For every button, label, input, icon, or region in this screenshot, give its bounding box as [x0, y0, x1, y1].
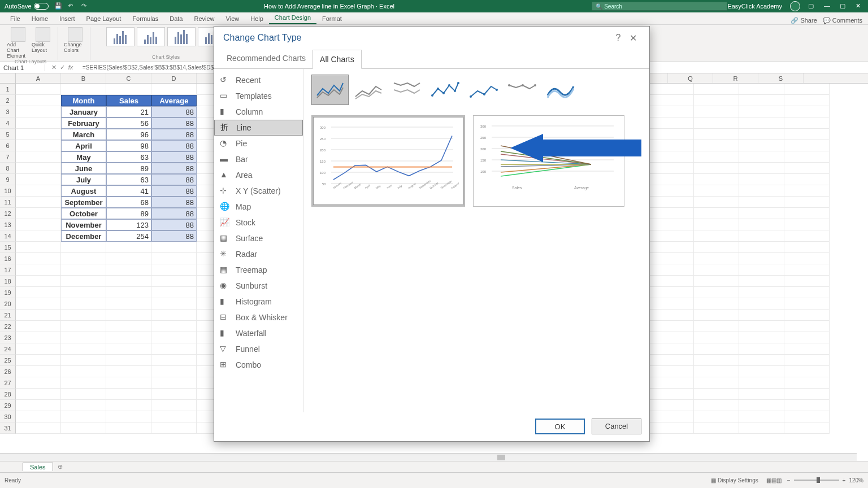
cell[interactable] — [739, 219, 784, 230]
cell[interactable] — [151, 276, 197, 287]
cell[interactable] — [694, 422, 739, 434]
col-header[interactable]: A — [16, 73, 61, 83]
cell[interactable] — [784, 151, 830, 163]
category-waterfall[interactable]: ▮Waterfall — [214, 325, 303, 341]
cell[interactable]: Average — [151, 95, 197, 106]
tab-view[interactable]: View — [220, 13, 245, 24]
cell[interactable] — [694, 151, 739, 163]
row-header[interactable]: 27 — [0, 377, 16, 389]
cell[interactable] — [649, 197, 694, 208]
zoom-slider[interactable] — [794, 480, 839, 481]
cell[interactable]: 63 — [106, 151, 151, 163]
cell[interactable]: August — [61, 185, 106, 197]
cell[interactable] — [16, 422, 61, 434]
cell[interactable] — [784, 230, 830, 242]
cell[interactable] — [16, 208, 61, 219]
cell[interactable] — [649, 163, 694, 174]
cell[interactable] — [784, 389, 830, 400]
cell[interactable] — [649, 264, 694, 276]
cell[interactable] — [61, 332, 106, 343]
cell[interactable] — [649, 310, 694, 321]
cell[interactable] — [784, 321, 830, 332]
cell[interactable] — [16, 355, 61, 366]
chart-style-2[interactable] — [137, 27, 165, 46]
row-header[interactable]: 19 — [0, 287, 16, 298]
cell[interactable]: October — [61, 208, 106, 219]
cell[interactable] — [694, 298, 739, 310]
cell[interactable] — [784, 400, 830, 411]
cell[interactable]: 88 — [151, 197, 197, 208]
cell[interactable] — [61, 366, 106, 377]
row-header[interactable]: 13 — [0, 219, 16, 230]
undo-icon[interactable]: ↶ — [68, 2, 76, 10]
cell[interactable] — [151, 253, 197, 264]
cell[interactable] — [649, 389, 694, 400]
cell[interactable]: 21 — [106, 106, 151, 117]
sheet-tab-sales[interactable]: Sales — [23, 463, 53, 471]
cell[interactable] — [16, 219, 61, 230]
cell[interactable] — [16, 321, 61, 332]
redo-icon[interactable]: ↷ — [81, 2, 89, 10]
cell[interactable] — [151, 321, 197, 332]
cell[interactable] — [151, 400, 197, 411]
cell[interactable] — [16, 264, 61, 276]
cell[interactable] — [739, 389, 784, 400]
cell[interactable] — [694, 242, 739, 253]
row-header[interactable]: 11 — [0, 197, 16, 208]
cell[interactable] — [649, 208, 694, 219]
cell[interactable] — [784, 106, 830, 117]
cell[interactable] — [694, 276, 739, 287]
name-box[interactable]: Chart 1 — [0, 64, 45, 71]
cell[interactable] — [739, 95, 784, 106]
cell[interactable] — [739, 276, 784, 287]
tab-recommended-charts[interactable]: Recommended Charts — [220, 49, 313, 68]
row-header[interactable]: 4 — [0, 117, 16, 129]
view-pagelayout-icon[interactable]: ▤ — [771, 477, 776, 483]
cell[interactable] — [694, 197, 739, 208]
cell[interactable] — [694, 106, 739, 117]
row-header[interactable]: 17 — [0, 264, 16, 276]
zoom-in-icon[interactable]: + — [843, 477, 846, 483]
cell[interactable]: 88 — [151, 174, 197, 185]
cell[interactable] — [784, 140, 830, 151]
comments-button[interactable]: 💬 Comments — [823, 17, 862, 24]
cell[interactable] — [151, 310, 197, 321]
cell[interactable] — [61, 242, 106, 253]
cell[interactable] — [61, 422, 106, 434]
view-pagebreak-icon[interactable]: ▥ — [776, 477, 782, 483]
cell[interactable] — [61, 264, 106, 276]
tab-formulas[interactable]: Formulas — [127, 13, 164, 24]
cell[interactable] — [739, 242, 784, 253]
cell[interactable] — [694, 208, 739, 219]
cell[interactable] — [739, 332, 784, 343]
cell[interactable] — [61, 276, 106, 287]
cell[interactable] — [151, 422, 197, 434]
zoom-control[interactable]: − + 120% — [787, 477, 863, 483]
category-pie[interactable]: ◔Pie — [214, 136, 303, 151]
cell[interactable] — [151, 355, 197, 366]
category-x-y-scatter-[interactable]: ⊹X Y (Scatter) — [214, 183, 303, 199]
row-header[interactable]: 15 — [0, 242, 16, 253]
maximize-icon[interactable]: ▢ — [840, 2, 848, 10]
cell[interactable] — [61, 298, 106, 310]
cell[interactable] — [694, 400, 739, 411]
cell[interactable] — [694, 185, 739, 197]
row-header[interactable]: 31 — [0, 422, 16, 434]
fx-icon[interactable]: fx — [68, 64, 73, 71]
cell[interactable]: 88 — [151, 219, 197, 230]
cell[interactable] — [151, 343, 197, 355]
cell[interactable] — [649, 411, 694, 422]
col-header[interactable]: S — [758, 73, 804, 83]
cell[interactable] — [151, 264, 197, 276]
share-button[interactable]: 🔗 Share — [791, 17, 817, 24]
cell[interactable] — [784, 84, 830, 95]
cell[interactable]: 89 — [106, 163, 151, 174]
add-chart-element-button[interactable]: Add Chart Element — [7, 27, 29, 59]
cell[interactable] — [16, 163, 61, 174]
tab-help[interactable]: Help — [245, 13, 269, 24]
cell[interactable] — [649, 377, 694, 389]
cell[interactable] — [16, 242, 61, 253]
cell[interactable] — [784, 208, 830, 219]
cell[interactable] — [739, 298, 784, 310]
cell[interactable] — [106, 310, 151, 321]
